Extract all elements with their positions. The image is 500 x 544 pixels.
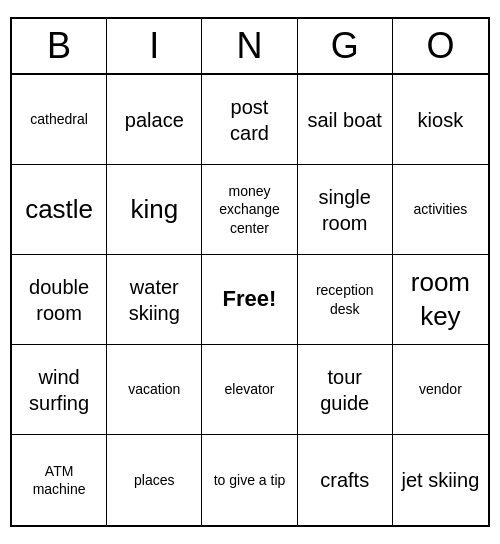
- header-letter: G: [298, 19, 393, 73]
- bingo-cell: king: [107, 165, 202, 255]
- header-letter: N: [202, 19, 297, 73]
- bingo-cell: sail boat: [298, 75, 393, 165]
- bingo-cell: reception desk: [298, 255, 393, 345]
- header-letter: B: [12, 19, 107, 73]
- bingo-cell: post card: [202, 75, 297, 165]
- header-letter: O: [393, 19, 488, 73]
- bingo-cell: double room: [12, 255, 107, 345]
- bingo-header: BINGO: [12, 19, 488, 75]
- bingo-cell: elevator: [202, 345, 297, 435]
- bingo-cell: money exchange center: [202, 165, 297, 255]
- bingo-cell: cathedral: [12, 75, 107, 165]
- bingo-cell: crafts: [298, 435, 393, 525]
- bingo-cell: single room: [298, 165, 393, 255]
- header-letter: I: [107, 19, 202, 73]
- bingo-card: BINGO cathedralpalacepost cardsail boatk…: [10, 17, 490, 527]
- bingo-cell: vendor: [393, 345, 488, 435]
- bingo-cell: water skiing: [107, 255, 202, 345]
- bingo-grid: cathedralpalacepost cardsail boatkioskca…: [12, 75, 488, 525]
- bingo-cell: activities: [393, 165, 488, 255]
- bingo-cell: castle: [12, 165, 107, 255]
- bingo-cell: ATM machine: [12, 435, 107, 525]
- bingo-cell: Free!: [202, 255, 297, 345]
- bingo-cell: room key: [393, 255, 488, 345]
- bingo-cell: wind surfing: [12, 345, 107, 435]
- bingo-cell: places: [107, 435, 202, 525]
- bingo-cell: tour guide: [298, 345, 393, 435]
- bingo-cell: vacation: [107, 345, 202, 435]
- bingo-cell: palace: [107, 75, 202, 165]
- bingo-cell: to give a tip: [202, 435, 297, 525]
- bingo-cell: kiosk: [393, 75, 488, 165]
- bingo-cell: jet skiing: [393, 435, 488, 525]
